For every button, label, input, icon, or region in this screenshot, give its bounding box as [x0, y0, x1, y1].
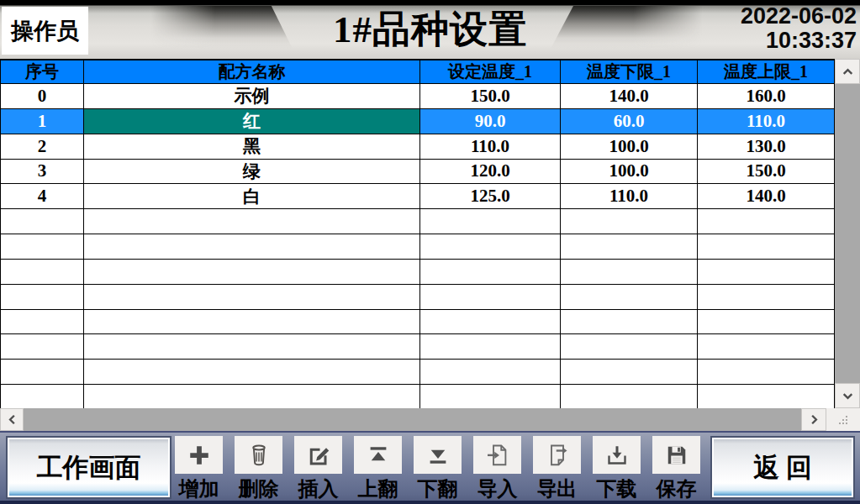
table-row-empty[interactable]	[0, 385, 835, 408]
toolbar-button-6[interactable]: 导出	[533, 436, 581, 500]
table-row-empty[interactable]	[0, 334, 835, 360]
toolbar-button-1[interactable]: 删除	[235, 436, 282, 500]
table-cell-empty[interactable]	[0, 334, 84, 360]
table-cell-4-2[interactable]: 125.0	[420, 184, 561, 209]
scroll-right-button[interactable]	[801, 408, 826, 431]
table-cell-empty[interactable]	[561, 334, 698, 360]
table-cell-3-1[interactable]: 绿	[84, 160, 420, 185]
table-cell-empty[interactable]	[84, 260, 420, 285]
save-icon[interactable]	[652, 436, 700, 474]
table-cell-0-1[interactable]: 示例	[84, 84, 420, 109]
insert-icon[interactable]	[294, 436, 342, 474]
table-cell-empty[interactable]	[420, 334, 561, 360]
table-cell-empty[interactable]	[561, 385, 698, 408]
vertical-scrollbar[interactable]	[835, 59, 860, 408]
trash-icon[interactable]	[235, 436, 282, 474]
table-cell-empty[interactable]	[698, 285, 835, 310]
table-cell-empty[interactable]	[698, 334, 835, 360]
table-cell-4-0[interactable]: 4	[0, 184, 84, 209]
scroll-up-button[interactable]	[835, 59, 860, 84]
download-icon[interactable]	[593, 436, 641, 474]
table-row-empty[interactable]	[0, 310, 835, 335]
table-cell-empty[interactable]	[561, 285, 698, 310]
table-cell-empty[interactable]	[0, 385, 84, 408]
table-cell-1-0[interactable]: 1	[0, 109, 84, 134]
table-row-2[interactable]: 2黑110.0100.0130.0	[0, 134, 835, 160]
table-cell-0-0[interactable]: 0	[0, 84, 84, 109]
table-row-0[interactable]: 0示例150.0140.0160.0	[0, 84, 835, 109]
table-cell-0-4[interactable]: 160.0	[698, 84, 835, 109]
table-cell-empty[interactable]	[0, 310, 84, 335]
column-header-3[interactable]: 温度下限_1	[561, 60, 698, 84]
table-cell-4-4[interactable]: 140.0	[698, 184, 835, 209]
table-cell-empty[interactable]	[84, 285, 420, 310]
table-cell-empty[interactable]	[0, 260, 84, 285]
table-row-3[interactable]: 3绿120.0100.0150.0	[0, 160, 835, 185]
toolbar-button-7[interactable]: 下载	[593, 436, 641, 500]
table-cell-0-3[interactable]: 140.0	[561, 84, 698, 109]
resize-grip[interactable]	[826, 408, 860, 431]
table-row-empty[interactable]	[0, 234, 835, 260]
table-cell-2-2[interactable]: 110.0	[420, 134, 561, 160]
work-screen-button[interactable]: 工作画面	[6, 436, 171, 499]
table-cell-empty[interactable]	[0, 360, 84, 385]
scroll-left-button[interactable]	[0, 408, 24, 431]
table-cell-empty[interactable]	[698, 360, 835, 385]
page-down-icon[interactable]	[414, 436, 462, 474]
table-cell-empty[interactable]	[84, 209, 420, 234]
table-cell-3-2[interactable]: 120.0	[420, 160, 561, 185]
table-cell-empty[interactable]	[0, 285, 84, 310]
table-cell-empty[interactable]	[84, 234, 420, 260]
toolbar-button-4[interactable]: 下翻	[414, 436, 462, 500]
table-cell-1-1[interactable]: 红	[84, 109, 420, 134]
table-cell-1-3[interactable]: 60.0	[561, 109, 698, 134]
table-row-empty[interactable]	[0, 360, 835, 385]
table-cell-empty[interactable]	[420, 260, 561, 285]
table-cell-empty[interactable]	[420, 209, 561, 234]
plus-icon[interactable]	[175, 436, 223, 474]
export-icon[interactable]	[533, 436, 581, 474]
table-cell-empty[interactable]	[84, 310, 420, 335]
table-cell-3-0[interactable]: 3	[0, 160, 84, 185]
page-up-icon[interactable]	[354, 436, 402, 474]
horizontal-scrollbar[interactable]	[0, 408, 860, 431]
back-button[interactable]: 返 回	[710, 436, 855, 499]
table-row-empty[interactable]	[0, 209, 835, 234]
table-cell-2-3[interactable]: 100.0	[561, 134, 698, 160]
table-cell-empty[interactable]	[0, 234, 84, 260]
table-cell-empty[interactable]	[420, 360, 561, 385]
import-icon[interactable]	[473, 436, 521, 474]
column-header-0[interactable]: 序号	[0, 60, 84, 84]
toolbar-button-0[interactable]: 增加	[175, 436, 223, 500]
table-cell-empty[interactable]	[420, 285, 561, 310]
table-cell-empty[interactable]	[561, 234, 698, 260]
table-cell-1-4[interactable]: 110.0	[698, 109, 835, 134]
toolbar-button-3[interactable]: 上翻	[354, 436, 402, 500]
table-cell-empty[interactable]	[420, 385, 561, 408]
column-header-4[interactable]: 温度上限_1	[698, 60, 835, 84]
table-cell-empty[interactable]	[698, 260, 835, 285]
table-cell-empty[interactable]	[561, 310, 698, 335]
table-cell-empty[interactable]	[698, 310, 835, 335]
table-cell-2-1[interactable]: 黑	[84, 134, 420, 160]
table-cell-empty[interactable]	[420, 234, 561, 260]
table-row-1[interactable]: 1红90.060.0110.0	[0, 109, 835, 134]
table-cell-empty[interactable]	[84, 334, 420, 360]
scroll-down-button[interactable]	[835, 383, 860, 408]
table-row-4[interactable]: 4白125.0110.0140.0	[0, 184, 835, 209]
table-cell-4-3[interactable]: 110.0	[561, 184, 698, 209]
table-cell-empty[interactable]	[561, 260, 698, 285]
table-row-empty[interactable]	[0, 260, 835, 285]
table-cell-empty[interactable]	[561, 360, 698, 385]
table-cell-empty[interactable]	[561, 209, 698, 234]
table-cell-1-2[interactable]: 90.0	[420, 109, 561, 134]
table-cell-empty[interactable]	[698, 234, 835, 260]
table-cell-empty[interactable]	[698, 209, 835, 234]
table-cell-empty[interactable]	[84, 360, 420, 385]
table-cell-4-1[interactable]: 白	[84, 184, 420, 209]
table-cell-empty[interactable]	[420, 310, 561, 335]
table-cell-empty[interactable]	[84, 385, 420, 408]
toolbar-button-2[interactable]: 插入	[294, 436, 342, 500]
toolbar-button-8[interactable]: 保存	[652, 436, 700, 500]
table-cell-0-2[interactable]: 150.0	[420, 84, 561, 109]
